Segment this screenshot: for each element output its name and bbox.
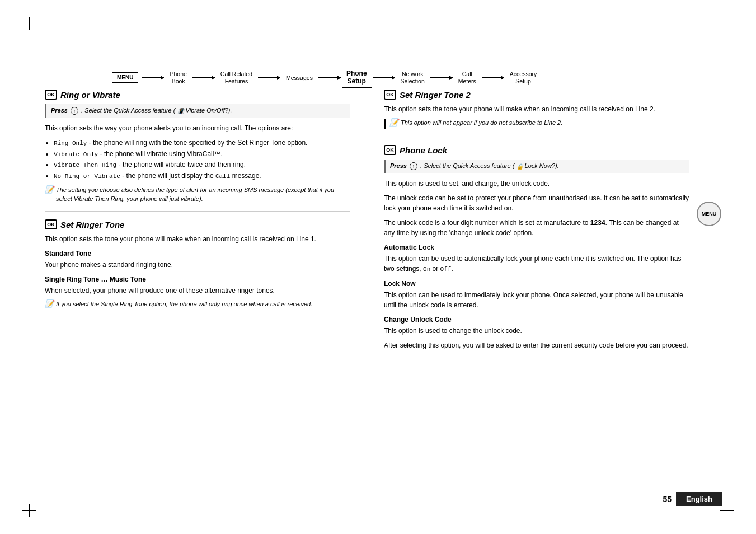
note-icon-3: 📝 — [389, 119, 398, 126]
phone-lock-body1: This option is used to set, and change, … — [384, 179, 689, 189]
phone-lock-title: OK Phone Lock — [384, 145, 689, 155]
list-item: Ring Only - the phone will ring with the… — [54, 138, 350, 149]
lock-now-body: This option can be used to immediately l… — [384, 290, 689, 310]
left-column: OK Ring or Vibrate Press ↑ . Select the … — [45, 90, 361, 489]
crosshair-top-left — [22, 17, 36, 30]
single-ring-note: 📝 If you select the Single Ring Tone opt… — [45, 300, 350, 308]
ring-or-vibrate-heading: Ring or Vibrate — [60, 90, 120, 100]
phone-lock-press-instruction: Press ↑ . Select the Quick Access featur… — [384, 160, 689, 173]
ok-badge-ringer2: OK — [384, 90, 396, 100]
nav-arrow-1 — [192, 77, 215, 78]
ring-body-text: This option sets the way your phone aler… — [45, 123, 350, 133]
list-item: Vibrate Then Ring - the phone will vibra… — [54, 160, 350, 171]
nav-arrow-6 — [482, 77, 504, 78]
list-item: Vibrate Only - the phone will vibrate us… — [54, 149, 350, 160]
nav-item-call-meters[interactable]: Call Meters — [454, 68, 481, 87]
nav-bar: MENU Phone Book Call Related Features Me… — [112, 67, 722, 88]
phone-lock-heading: Phone Lock — [400, 146, 447, 155]
menu-label: MENU — [112, 72, 138, 83]
nav-item-network-selection[interactable]: Network Selection — [396, 68, 429, 87]
nav-arrow-5 — [430, 77, 453, 78]
nav-item-phone-book[interactable]: Phone Book — [165, 68, 191, 87]
phone-lock-body2: The unlock code can be set to protect yo… — [384, 193, 689, 213]
nav-item-accessory-setup[interactable]: Accessory Setup — [505, 68, 541, 87]
change-unlock-heading: Change Unlock Code — [384, 316, 689, 324]
crosshair-bottom-left — [22, 504, 36, 517]
ringer2-note-container: 📝 This option will not appear if you do … — [384, 119, 689, 129]
nav-item-messages[interactable]: Messages — [281, 72, 317, 84]
section-divider-2 — [384, 137, 689, 137]
change-unlock-body1: This option is used to change the unlock… — [384, 326, 689, 336]
standard-tone-body: Your phone makes a standard ringing tone… — [45, 260, 350, 270]
single-ring-body: When selected, your phone will produce o… — [45, 285, 350, 296]
ok-badge-lock: OK — [384, 145, 396, 155]
language-label: English — [676, 492, 722, 506]
lock-now-heading: Lock Now — [384, 280, 689, 288]
nav-arrow-2 — [258, 77, 280, 78]
ringer2-note: 📝 This option will not appear if you do … — [389, 119, 562, 127]
nav-arrow-0 — [142, 77, 164, 78]
nav-item-call-related[interactable]: Call Related Features — [216, 68, 257, 87]
standard-tone-heading: Standard Tone — [45, 250, 350, 257]
vertical-bar-indicator — [384, 119, 386, 129]
ok-badge-ring: OK — [45, 90, 57, 100]
ringer-body-text: This option sets the tone your phone wil… — [45, 234, 350, 244]
ring-options-list: Ring Only - the phone will ring with the… — [54, 138, 350, 181]
up-arrow-icon-2: ↑ — [410, 162, 417, 170]
list-item: No Ring or Vibrate - the phone will just… — [54, 171, 350, 182]
up-arrow-icon: ↑ — [71, 107, 78, 115]
nav-item-phone-setup[interactable]: Phone Setup — [342, 67, 372, 88]
automatic-lock-body: This option can be used to automatically… — [384, 254, 689, 274]
menu-round-button-container: MENU — [697, 190, 721, 226]
bottom-bar: 55 English — [663, 492, 722, 506]
phone-lock-body3: The unlock code is a four digit number w… — [384, 218, 689, 238]
section-divider-1 — [45, 211, 350, 212]
right-column: OK Set Ringer Tone 2 This option sets th… — [378, 90, 689, 489]
set-ringer-tone-heading: Set Ringer Tone — [60, 220, 124, 229]
page-number: 55 — [663, 495, 672, 504]
set-ringer-tone2-heading: Set Ringer Tone 2 — [400, 90, 471, 100]
note-icon: 📝 — [45, 186, 54, 193]
note-icon-2: 📝 — [45, 300, 54, 307]
ringer2-body: This option sets the tone your phone wil… — [384, 104, 689, 114]
single-ring-heading: Single Ring Tone … Music Tone — [45, 275, 350, 283]
ok-badge-ringer: OK — [45, 219, 57, 229]
ring-note: 📝 The setting you choose also defines th… — [45, 186, 350, 203]
change-unlock-body2: After selecting this option, you will be… — [384, 340, 689, 350]
top-line-left — [36, 24, 104, 24]
content-area: OK Ring or Vibrate Press ↑ . Select the … — [45, 90, 689, 489]
top-line-right — [652, 24, 720, 24]
ring-press-instruction: Press ↑ . Select the Quick Access featur… — [45, 104, 350, 118]
bottom-line-left — [36, 510, 104, 510]
bottom-line-right — [652, 510, 720, 510]
nav-arrow-4 — [373, 77, 395, 78]
set-ringer-tone2-title: OK Set Ringer Tone 2 — [384, 90, 689, 100]
ring-or-vibrate-title: OK Ring or Vibrate — [45, 90, 350, 100]
set-ringer-tone-title: OK Set Ringer Tone — [45, 219, 350, 229]
automatic-lock-heading: Automatic Lock — [384, 243, 689, 251]
crosshair-top-right — [720, 17, 734, 30]
menu-round-button[interactable]: MENU — [697, 202, 721, 226]
nav-arrow-3 — [318, 77, 341, 78]
